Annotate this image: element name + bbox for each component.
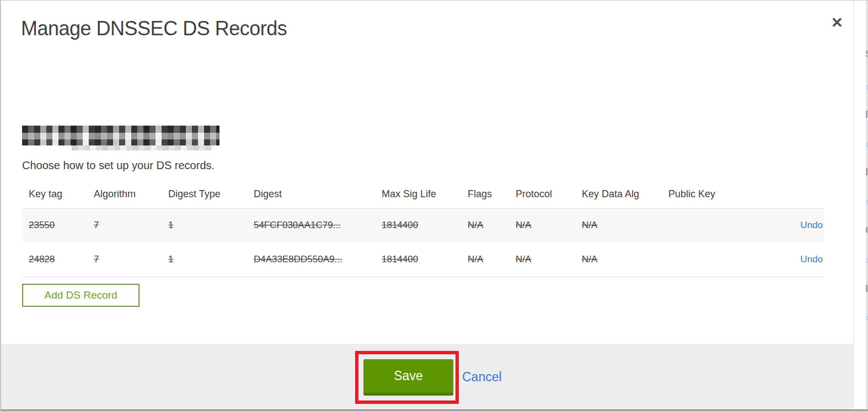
cancel-link[interactable]: Cancel bbox=[462, 370, 502, 385]
undo-link[interactable]: Undo bbox=[800, 254, 823, 264]
edge-text-fragment: o bbox=[866, 255, 868, 264]
cell-digest: 54FCF030AA1C79... bbox=[254, 220, 341, 230]
col-header-public-key: Public Key bbox=[662, 180, 768, 208]
ds-records-instruction: Choose how to set up your DS records. bbox=[22, 159, 215, 172]
edge-text-fragment: o bbox=[866, 82, 868, 91]
cell-algorithm: 7 bbox=[94, 220, 99, 230]
col-header-flags: Flags bbox=[461, 180, 509, 208]
annotation-highlight-box bbox=[355, 351, 459, 404]
edge-text-fragment: E bbox=[865, 283, 868, 295]
cell-flags: N/A bbox=[468, 220, 483, 230]
col-header-actions bbox=[768, 180, 824, 208]
edge-text-fragment: L bbox=[865, 166, 868, 178]
cell-key-data-alg: N/A bbox=[582, 254, 597, 264]
page-title: Manage DNSSEC DS Records bbox=[21, 17, 287, 40]
dnssec-modal: Manage DNSSEC DS Records ✕ Choose how to… bbox=[0, 0, 868, 411]
table-row: 24828 7 1 D4A33E8DD550A9... 1814400 N/A … bbox=[22, 242, 824, 277]
cell-flags: N/A bbox=[468, 254, 483, 264]
edge-text-fragment: o bbox=[866, 197, 868, 206]
cell-key-data-alg: N/A bbox=[582, 220, 597, 230]
col-header-algorithm: Algorithm bbox=[87, 180, 162, 208]
edge-text-fragment: C bbox=[865, 224, 868, 236]
cell-digest-type: 1 bbox=[168, 220, 173, 230]
cell-key-tag: 24828 bbox=[29, 254, 55, 264]
edge-text-fragment: o bbox=[866, 312, 868, 322]
cell-max-sig-life: 1814400 bbox=[382, 220, 418, 230]
col-header-max-sig-life: Max Sig Life bbox=[375, 180, 461, 208]
edge-text-fragment: o bbox=[866, 139, 868, 149]
col-header-key-tag: Key tag bbox=[22, 180, 87, 208]
ds-records-table: Key tag Algorithm Digest Type Digest Max… bbox=[22, 180, 824, 277]
cell-max-sig-life: 1814400 bbox=[382, 254, 418, 264]
edge-text-fragment: S bbox=[865, 48, 868, 60]
cell-key-tag: 23550 bbox=[29, 220, 55, 230]
add-ds-record-button[interactable]: Add DS Record bbox=[22, 284, 140, 307]
close-icon[interactable]: ✕ bbox=[827, 13, 847, 33]
cell-digest: D4A33E8DD550A9... bbox=[254, 254, 342, 264]
col-header-protocol: Protocol bbox=[509, 180, 575, 208]
cell-protocol: N/A bbox=[516, 254, 531, 264]
undo-link[interactable]: Undo bbox=[800, 220, 823, 230]
cell-digest-type: 1 bbox=[168, 254, 173, 264]
col-header-key-data-alg: Key Data Alg bbox=[575, 180, 662, 208]
domain-name-redacted bbox=[22, 126, 219, 145]
cell-algorithm: 7 bbox=[94, 254, 99, 264]
cell-protocol: N/A bbox=[516, 220, 531, 230]
domain-name-redacted-tail bbox=[72, 145, 214, 150]
table-row: 23550 7 1 54FCF030AA1C79... 1814400 N/A … bbox=[22, 208, 824, 242]
col-header-digest-type: Digest Type bbox=[162, 180, 247, 208]
table-header-row: Key tag Algorithm Digest Type Digest Max… bbox=[22, 180, 824, 208]
background-page-edge: S o N o L o C o E o bbox=[853, 1, 868, 411]
edge-text-fragment: N bbox=[865, 109, 868, 121]
col-header-digest: Digest bbox=[247, 180, 375, 208]
